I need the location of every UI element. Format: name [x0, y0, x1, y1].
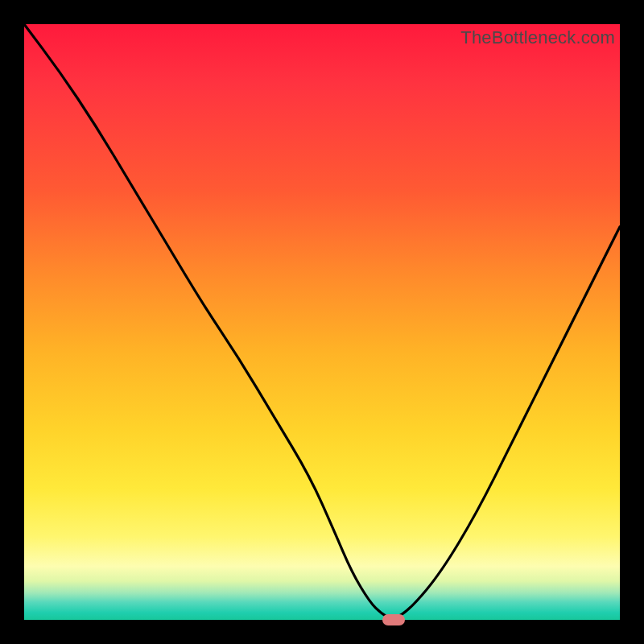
chart-frame: TheBottleneck.com — [0, 0, 644, 644]
plot-area: TheBottleneck.com — [24, 24, 620, 620]
optimal-marker — [382, 614, 405, 625]
bottleneck-curve — [24, 24, 620, 620]
curve-path — [24, 24, 620, 618]
